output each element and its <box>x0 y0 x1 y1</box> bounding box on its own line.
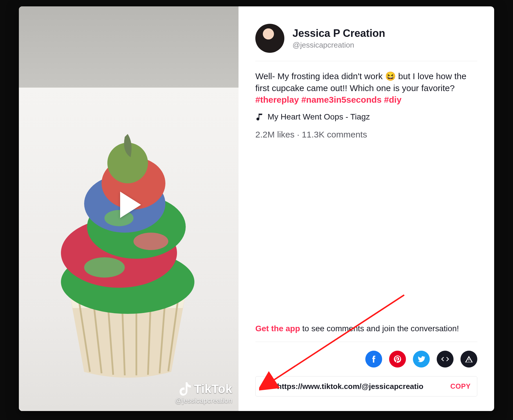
hashtag-2[interactable]: #name3in5seconds <box>301 95 382 104</box>
video-background-wall <box>19 6 239 88</box>
music-note-icon <box>255 113 264 121</box>
play-icon <box>111 187 146 222</box>
likes-count: 2.2M likes <box>255 130 295 139</box>
engagement-stats: 2.2M likes · 11.3K comments <box>255 130 477 140</box>
pinterest-icon <box>393 355 402 363</box>
svg-point-15 <box>133 233 168 250</box>
link-icon <box>262 382 271 391</box>
comments-count: 11.3K comments <box>302 130 367 139</box>
share-report-button[interactable] <box>460 351 477 368</box>
share-embed-button[interactable] <box>437 351 454 368</box>
music-label: My Heart Went Oops - Tiagz <box>268 112 370 122</box>
video-watermark: TikTok @jessicapcreation <box>175 382 232 405</box>
play-button[interactable] <box>111 187 146 222</box>
info-panel: Jessica P Creation @jessicapcreation Wel… <box>239 6 494 411</box>
video-modal: TikTok @jessicapcreation Jessica P Creat… <box>19 6 494 411</box>
tiktok-logo-icon <box>180 382 191 396</box>
share-twitter-button[interactable] <box>413 351 430 368</box>
copy-link-button[interactable]: COPY <box>450 382 471 390</box>
cta-rest: to see comments and join the conversatio… <box>300 324 459 333</box>
warning-triangle-icon <box>465 355 473 363</box>
svg-point-14 <box>84 257 125 278</box>
share-facebook-button[interactable] <box>365 351 382 368</box>
creator-handle: @jessicapcreation <box>292 41 385 50</box>
video-preview[interactable]: TikTok @jessicapcreation <box>19 6 239 411</box>
hashtag-3[interactable]: #diy <box>384 95 402 104</box>
caption-text-before: Well- My frosting idea didn't work <box>255 71 385 81</box>
share-url-row: COPY <box>255 376 477 397</box>
share-buttons-row <box>255 351 477 368</box>
share-url-input[interactable] <box>277 382 445 391</box>
caption-emoji: 😆 <box>385 71 396 81</box>
twitter-icon <box>417 355 426 363</box>
creator-avatar[interactable] <box>255 24 284 53</box>
watermark-handle: @jessicapcreation <box>175 397 232 405</box>
music-row[interactable]: My Heart Went Oops - Tiagz <box>255 112 477 122</box>
get-app-link[interactable]: Get the app <box>255 324 300 333</box>
hashtag-1[interactable]: #thereplay <box>255 95 299 104</box>
get-app-cta: Get the app to see comments and join the… <box>255 323 477 342</box>
share-pinterest-button[interactable] <box>389 351 406 368</box>
creator-name: Jessica P Creation <box>292 27 385 39</box>
creator-header[interactable]: Jessica P Creation @jessicapcreation <box>255 24 477 61</box>
brand-name: TikTok <box>194 382 232 396</box>
cupcake-image <box>46 131 209 381</box>
video-caption: Well- My frosting idea didn't work 😆 but… <box>255 70 477 106</box>
facebook-icon <box>369 355 378 363</box>
embed-icon <box>441 355 449 363</box>
